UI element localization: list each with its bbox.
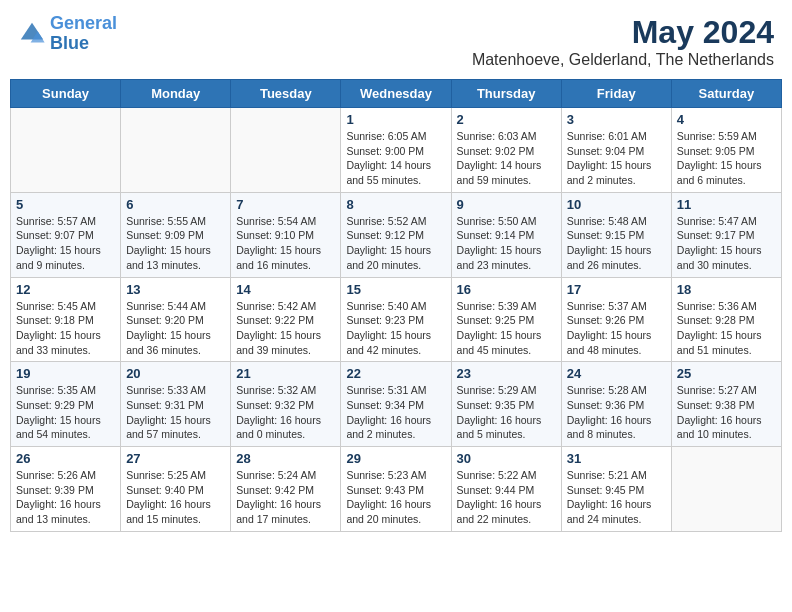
weekday-header-thursday: Thursday	[451, 80, 561, 108]
calendar-cell	[231, 108, 341, 193]
day-number: 31	[567, 451, 666, 466]
day-number: 30	[457, 451, 556, 466]
day-info: Sunrise: 5:55 AM Sunset: 9:09 PM Dayligh…	[126, 214, 225, 273]
calendar-cell	[11, 108, 121, 193]
calendar-cell: 12Sunrise: 5:45 AM Sunset: 9:18 PM Dayli…	[11, 277, 121, 362]
day-number: 1	[346, 112, 445, 127]
day-info: Sunrise: 5:39 AM Sunset: 9:25 PM Dayligh…	[457, 299, 556, 358]
day-number: 29	[346, 451, 445, 466]
calendar-cell: 28Sunrise: 5:24 AM Sunset: 9:42 PM Dayli…	[231, 447, 341, 532]
weekday-header-friday: Friday	[561, 80, 671, 108]
day-info: Sunrise: 5:59 AM Sunset: 9:05 PM Dayligh…	[677, 129, 776, 188]
calendar-cell: 4Sunrise: 5:59 AM Sunset: 9:05 PM Daylig…	[671, 108, 781, 193]
day-number: 11	[677, 197, 776, 212]
day-number: 21	[236, 366, 335, 381]
day-number: 20	[126, 366, 225, 381]
day-number: 6	[126, 197, 225, 212]
main-title: May 2024	[472, 14, 774, 51]
day-info: Sunrise: 5:45 AM Sunset: 9:18 PM Dayligh…	[16, 299, 115, 358]
calendar-cell: 8Sunrise: 5:52 AM Sunset: 9:12 PM Daylig…	[341, 192, 451, 277]
weekday-header-saturday: Saturday	[671, 80, 781, 108]
calendar-cell: 6Sunrise: 5:55 AM Sunset: 9:09 PM Daylig…	[121, 192, 231, 277]
calendar-week-row: 26Sunrise: 5:26 AM Sunset: 9:39 PM Dayli…	[11, 447, 782, 532]
calendar-cell: 7Sunrise: 5:54 AM Sunset: 9:10 PM Daylig…	[231, 192, 341, 277]
weekday-header-wednesday: Wednesday	[341, 80, 451, 108]
calendar-week-row: 5Sunrise: 5:57 AM Sunset: 9:07 PM Daylig…	[11, 192, 782, 277]
day-info: Sunrise: 5:47 AM Sunset: 9:17 PM Dayligh…	[677, 214, 776, 273]
calendar-cell: 2Sunrise: 6:03 AM Sunset: 9:02 PM Daylig…	[451, 108, 561, 193]
calendar-cell: 30Sunrise: 5:22 AM Sunset: 9:44 PM Dayli…	[451, 447, 561, 532]
calendar-cell: 19Sunrise: 5:35 AM Sunset: 9:29 PM Dayli…	[11, 362, 121, 447]
day-info: Sunrise: 5:21 AM Sunset: 9:45 PM Dayligh…	[567, 468, 666, 527]
calendar-cell: 22Sunrise: 5:31 AM Sunset: 9:34 PM Dayli…	[341, 362, 451, 447]
day-info: Sunrise: 5:32 AM Sunset: 9:32 PM Dayligh…	[236, 383, 335, 442]
title-block: May 2024 Matenhoeve, Gelderland, The Net…	[472, 14, 774, 69]
day-number: 26	[16, 451, 115, 466]
day-info: Sunrise: 5:54 AM Sunset: 9:10 PM Dayligh…	[236, 214, 335, 273]
header: General Blue May 2024 Matenhoeve, Gelder…	[10, 10, 782, 73]
weekday-header-sunday: Sunday	[11, 80, 121, 108]
calendar-cell: 15Sunrise: 5:40 AM Sunset: 9:23 PM Dayli…	[341, 277, 451, 362]
weekday-header-tuesday: Tuesday	[231, 80, 341, 108]
calendar-cell: 25Sunrise: 5:27 AM Sunset: 9:38 PM Dayli…	[671, 362, 781, 447]
calendar-cell: 1Sunrise: 6:05 AM Sunset: 9:00 PM Daylig…	[341, 108, 451, 193]
day-number: 27	[126, 451, 225, 466]
day-number: 18	[677, 282, 776, 297]
calendar-cell: 29Sunrise: 5:23 AM Sunset: 9:43 PM Dayli…	[341, 447, 451, 532]
day-info: Sunrise: 5:44 AM Sunset: 9:20 PM Dayligh…	[126, 299, 225, 358]
day-number: 10	[567, 197, 666, 212]
subtitle: Matenhoeve, Gelderland, The Netherlands	[472, 51, 774, 69]
logo-icon	[18, 20, 46, 48]
day-number: 9	[457, 197, 556, 212]
day-info: Sunrise: 5:42 AM Sunset: 9:22 PM Dayligh…	[236, 299, 335, 358]
day-number: 5	[16, 197, 115, 212]
day-number: 2	[457, 112, 556, 127]
day-number: 22	[346, 366, 445, 381]
day-info: Sunrise: 5:52 AM Sunset: 9:12 PM Dayligh…	[346, 214, 445, 273]
day-number: 4	[677, 112, 776, 127]
day-number: 23	[457, 366, 556, 381]
logo-text: General Blue	[50, 14, 117, 54]
weekday-header-monday: Monday	[121, 80, 231, 108]
day-number: 19	[16, 366, 115, 381]
day-number: 28	[236, 451, 335, 466]
day-info: Sunrise: 5:50 AM Sunset: 9:14 PM Dayligh…	[457, 214, 556, 273]
day-number: 15	[346, 282, 445, 297]
day-info: Sunrise: 5:35 AM Sunset: 9:29 PM Dayligh…	[16, 383, 115, 442]
day-info: Sunrise: 5:57 AM Sunset: 9:07 PM Dayligh…	[16, 214, 115, 273]
calendar-cell: 13Sunrise: 5:44 AM Sunset: 9:20 PM Dayli…	[121, 277, 231, 362]
day-number: 14	[236, 282, 335, 297]
day-number: 16	[457, 282, 556, 297]
calendar-cell: 14Sunrise: 5:42 AM Sunset: 9:22 PM Dayli…	[231, 277, 341, 362]
day-number: 17	[567, 282, 666, 297]
calendar-week-row: 12Sunrise: 5:45 AM Sunset: 9:18 PM Dayli…	[11, 277, 782, 362]
day-info: Sunrise: 5:25 AM Sunset: 9:40 PM Dayligh…	[126, 468, 225, 527]
calendar-week-row: 1Sunrise: 6:05 AM Sunset: 9:00 PM Daylig…	[11, 108, 782, 193]
day-number: 8	[346, 197, 445, 212]
day-number: 12	[16, 282, 115, 297]
calendar-cell: 17Sunrise: 5:37 AM Sunset: 9:26 PM Dayli…	[561, 277, 671, 362]
day-info: Sunrise: 5:29 AM Sunset: 9:35 PM Dayligh…	[457, 383, 556, 442]
calendar-cell: 5Sunrise: 5:57 AM Sunset: 9:07 PM Daylig…	[11, 192, 121, 277]
day-info: Sunrise: 5:24 AM Sunset: 9:42 PM Dayligh…	[236, 468, 335, 527]
day-info: Sunrise: 5:36 AM Sunset: 9:28 PM Dayligh…	[677, 299, 776, 358]
calendar-cell: 21Sunrise: 5:32 AM Sunset: 9:32 PM Dayli…	[231, 362, 341, 447]
calendar-header-row: SundayMondayTuesdayWednesdayThursdayFrid…	[11, 80, 782, 108]
calendar-cell	[121, 108, 231, 193]
calendar-cell: 9Sunrise: 5:50 AM Sunset: 9:14 PM Daylig…	[451, 192, 561, 277]
calendar-cell: 26Sunrise: 5:26 AM Sunset: 9:39 PM Dayli…	[11, 447, 121, 532]
day-info: Sunrise: 5:40 AM Sunset: 9:23 PM Dayligh…	[346, 299, 445, 358]
calendar-cell	[671, 447, 781, 532]
calendar-week-row: 19Sunrise: 5:35 AM Sunset: 9:29 PM Dayli…	[11, 362, 782, 447]
day-info: Sunrise: 5:28 AM Sunset: 9:36 PM Dayligh…	[567, 383, 666, 442]
day-number: 25	[677, 366, 776, 381]
day-number: 7	[236, 197, 335, 212]
day-info: Sunrise: 5:23 AM Sunset: 9:43 PM Dayligh…	[346, 468, 445, 527]
day-number: 3	[567, 112, 666, 127]
day-info: Sunrise: 5:33 AM Sunset: 9:31 PM Dayligh…	[126, 383, 225, 442]
calendar-cell: 20Sunrise: 5:33 AM Sunset: 9:31 PM Dayli…	[121, 362, 231, 447]
day-info: Sunrise: 6:01 AM Sunset: 9:04 PM Dayligh…	[567, 129, 666, 188]
day-number: 24	[567, 366, 666, 381]
day-number: 13	[126, 282, 225, 297]
day-info: Sunrise: 5:27 AM Sunset: 9:38 PM Dayligh…	[677, 383, 776, 442]
